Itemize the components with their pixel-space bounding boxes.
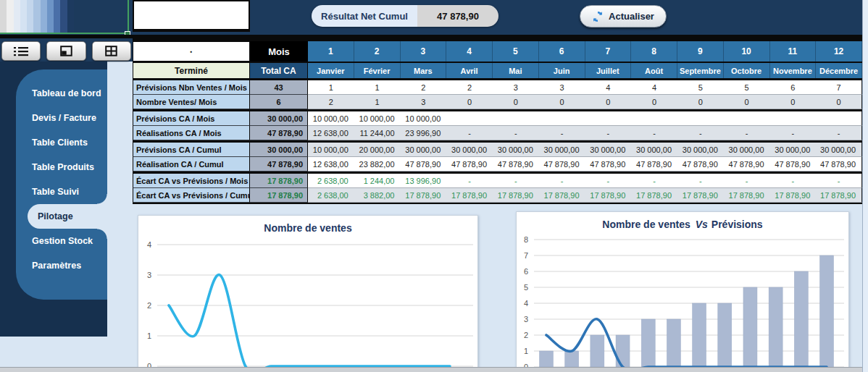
- row-total-cell[interactable]: 47 878,90: [250, 157, 308, 172]
- value-cell[interactable]: 3: [539, 80, 585, 95]
- value-cell[interactable]: 5: [677, 80, 724, 95]
- month-name-cell[interactable]: Mars: [401, 63, 447, 78]
- value-cell[interactable]: -: [631, 174, 677, 188]
- mois-header-cell[interactable]: Mois: [250, 41, 308, 62]
- month-number-cell[interactable]: 12: [816, 41, 862, 62]
- list-view-button[interactable]: [1, 41, 41, 61]
- value-cell[interactable]: 23 996,90: [401, 126, 447, 140]
- value-cell[interactable]: [539, 111, 585, 126]
- value-cell[interactable]: 10 000,00: [308, 111, 354, 126]
- sidebar-item-pilotage[interactable]: Pilotage: [28, 204, 107, 229]
- month-number-cell[interactable]: 5: [493, 41, 539, 62]
- value-cell[interactable]: -: [724, 126, 770, 140]
- month-name-cell[interactable]: Août: [631, 63, 677, 78]
- value-cell[interactable]: 1 244,00: [354, 174, 401, 188]
- month-number-cell[interactable]: 10: [724, 41, 770, 62]
- selected-cell[interactable]: [133, 0, 250, 32]
- value-cell[interactable]: -: [770, 174, 817, 188]
- value-cell[interactable]: 0: [493, 95, 539, 109]
- value-cell[interactable]: -: [539, 126, 585, 140]
- value-cell[interactable]: 30 000,00: [631, 143, 677, 157]
- value-cell[interactable]: -: [493, 174, 539, 188]
- value-cell[interactable]: 47 878,90: [401, 157, 447, 172]
- row-label-cell[interactable]: Nombre Ventes/ Mois: [133, 95, 250, 109]
- value-cell[interactable]: [585, 111, 632, 126]
- value-cell[interactable]: 5: [724, 80, 770, 95]
- value-cell[interactable]: 47 878,90: [585, 157, 632, 172]
- value-cell[interactable]: [724, 111, 770, 126]
- value-cell[interactable]: 47 878,90: [770, 157, 817, 172]
- value-cell[interactable]: 7: [816, 80, 862, 95]
- value-cell[interactable]: 30 000,00: [446, 143, 493, 157]
- value-cell[interactable]: 17 878,90: [493, 188, 539, 203]
- value-cell[interactable]: 0: [677, 95, 724, 109]
- month-number-cell[interactable]: 11: [770, 41, 817, 62]
- value-cell[interactable]: 0: [770, 95, 817, 109]
- value-cell[interactable]: -: [493, 126, 539, 140]
- month-name-cell[interactable]: Avril: [446, 63, 493, 78]
- value-cell[interactable]: 6: [770, 80, 817, 95]
- sidebar-item-gestion-stock[interactable]: Gestion Stock: [16, 229, 107, 253]
- sales-vs-forecast-chart[interactable]: Nombre de ventesVsPrévisions 876543210: [516, 211, 849, 372]
- value-cell[interactable]: 17 878,90: [816, 188, 862, 203]
- row-total-cell[interactable]: 43: [250, 80, 308, 95]
- value-cell[interactable]: 47 878,90: [677, 157, 724, 172]
- theme-palette[interactable]: [0, 0, 74, 33]
- value-cell[interactable]: 17 878,90: [770, 188, 817, 203]
- value-cell[interactable]: 2 638,00: [308, 174, 354, 188]
- month-name-cell[interactable]: Octobre: [724, 63, 770, 78]
- value-cell[interactable]: 30 000,00: [770, 143, 817, 157]
- split-view-button[interactable]: [46, 41, 85, 61]
- month-number-cell[interactable]: 1: [308, 41, 354, 62]
- value-cell[interactable]: [631, 111, 677, 126]
- value-cell[interactable]: 10 000,00: [401, 111, 447, 126]
- value-cell[interactable]: 17 878,90: [446, 188, 493, 203]
- value-cell[interactable]: -: [677, 174, 724, 188]
- month-name-cell[interactable]: Février: [354, 63, 401, 78]
- value-cell[interactable]: 30 000,00: [401, 143, 447, 157]
- value-cell[interactable]: 30 000,00: [677, 143, 724, 157]
- value-cell[interactable]: 17 878,90: [724, 188, 770, 203]
- value-cell[interactable]: 12 638,00: [308, 126, 354, 140]
- sidebar-item-devis-facture[interactable]: Devis / Facture: [16, 106, 107, 130]
- sales-line-chart[interactable]: Nombre de ventes 43210: [138, 215, 478, 372]
- value-cell[interactable]: 11 244,00: [354, 126, 401, 140]
- month-number-cell[interactable]: 4: [446, 41, 493, 62]
- value-cell[interactable]: [770, 111, 817, 126]
- row-total-cell[interactable]: 17 878,90: [250, 188, 308, 203]
- value-cell[interactable]: 30 000,00: [585, 143, 632, 157]
- value-cell[interactable]: -: [631, 126, 677, 140]
- month-name-cell[interactable]: Novembre: [770, 63, 817, 78]
- value-cell[interactable]: 23 882,00: [354, 157, 401, 172]
- value-cell[interactable]: 30 000,00: [493, 143, 539, 157]
- row-total-cell[interactable]: 30 000,00: [250, 111, 308, 126]
- value-cell[interactable]: -: [539, 174, 585, 188]
- month-name-cell[interactable]: Juin: [539, 63, 585, 78]
- value-cell[interactable]: 2: [401, 80, 447, 95]
- sidebar-item-table-clients[interactable]: Table Clients: [16, 130, 107, 155]
- grid-view-button[interactable]: [92, 41, 131, 61]
- value-cell[interactable]: -: [585, 174, 632, 188]
- value-cell[interactable]: 17 878,90: [631, 188, 677, 203]
- value-cell[interactable]: 0: [446, 95, 493, 109]
- value-cell[interactable]: 3: [493, 80, 539, 95]
- value-cell[interactable]: 47 878,90: [724, 157, 770, 172]
- month-number-cell[interactable]: 3: [401, 41, 447, 62]
- value-cell[interactable]: 2 638,00: [308, 188, 354, 203]
- value-cell[interactable]: -: [677, 126, 724, 140]
- value-cell[interactable]: 1: [308, 80, 354, 95]
- value-cell[interactable]: 1: [354, 80, 401, 95]
- row-total-cell[interactable]: 17 878,90: [250, 174, 308, 188]
- month-name-cell[interactable]: Juillet: [585, 63, 632, 78]
- value-cell[interactable]: 0: [724, 95, 770, 109]
- month-name-cell[interactable]: Janvier: [308, 63, 354, 78]
- row-total-cell[interactable]: 6: [250, 95, 308, 109]
- month-number-cell[interactable]: 7: [585, 41, 632, 62]
- month-number-cell[interactable]: 8: [631, 41, 677, 62]
- sidebar-item-table-suivi[interactable]: Table Suivi: [16, 179, 107, 204]
- total-ca-header-cell[interactable]: Total CA: [250, 63, 308, 78]
- value-cell[interactable]: -: [585, 126, 632, 140]
- row-label-cell[interactable]: Réalisations CA / Mois: [133, 126, 250, 140]
- row-label-cell[interactable]: Prévisions Nbn Ventes / Mois: [133, 80, 250, 95]
- value-cell[interactable]: 10 000,00: [354, 111, 401, 126]
